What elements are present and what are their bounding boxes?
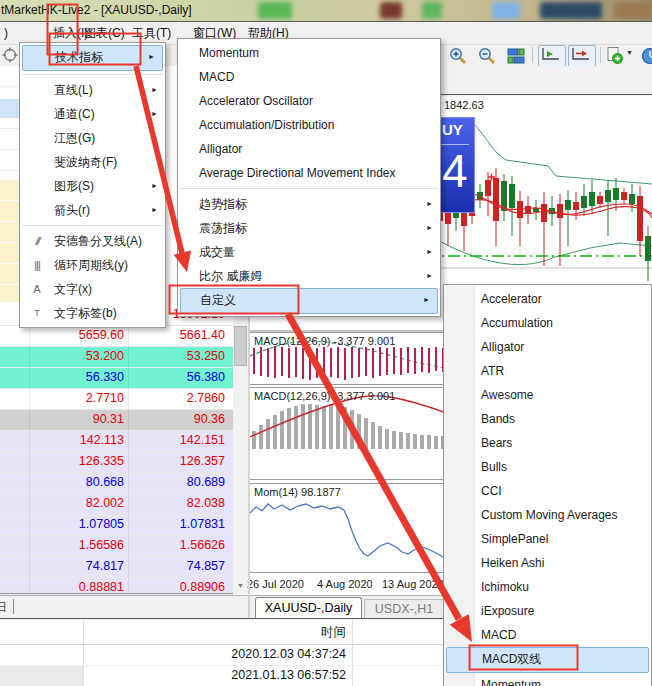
time-column-header[interactable]: 时间 — [84, 624, 346, 641]
menu-item-macd-two-line[interactable]: MACD双线 — [446, 647, 649, 673]
bid-cell[interactable]: 74.817 — [29, 559, 124, 573]
quote-row[interactable]: 142.113 142.151 — [0, 431, 233, 452]
menu-item-accelerator-oscillator[interactable]: Accelerator Oscillator — [178, 89, 440, 113]
menu-item-accelerator[interactable]: Accelerator — [444, 287, 651, 311]
menu-item-fibonacci[interactable]: 斐波纳奇(F) — [20, 150, 165, 174]
ask-cell[interactable]: 53.250 — [128, 349, 225, 363]
ask-cell[interactable]: 74.857 — [128, 559, 225, 573]
zoom-out-icon[interactable] — [478, 47, 496, 65]
tab-xauusd-daily[interactable]: XAUUSD-,Daily — [255, 597, 362, 619]
quote-row[interactable]: 56.330 56.380 — [0, 368, 233, 389]
selected-symbol-row[interactable] — [0, 99, 19, 118]
menu-item-text-label[interactable]: T 文字标签(b) — [20, 301, 165, 325]
menu-item-accumulation-distribution[interactable]: Accumulation/Distribution — [178, 113, 440, 137]
menu-item-lines[interactable]: 直线(L) ► — [20, 78, 165, 102]
quote-row[interactable]: 5659.60 5661.40 — [0, 326, 233, 347]
bid-cell[interactable]: 80.668 — [29, 475, 124, 489]
quote-row[interactable]: 1.56586 1.56626 — [0, 536, 233, 557]
bid-cell[interactable]: 142.113 — [29, 433, 124, 447]
menu-item-channels[interactable]: 通道(C) ► — [20, 102, 165, 126]
scrollbar-thumb[interactable] — [234, 326, 247, 366]
menu-item-technical-indicators[interactable]: 技术指标 ► — [22, 45, 163, 71]
menu-item-ichimoku[interactable]: Ichimoku — [444, 575, 651, 599]
auto-scroll-icon[interactable] — [538, 45, 566, 67]
ask-cell[interactable]: 1.07831 — [128, 517, 225, 531]
menu-item-adx[interactable]: Average Directional Movement Index — [178, 161, 440, 185]
quote-row[interactable]: 2.7710 2.7860 — [0, 389, 233, 410]
menu-item-shapes[interactable]: 图形(S) ► — [20, 174, 165, 198]
quote-row[interactable]: 1.07805 1.07831 — [0, 515, 233, 536]
menu-item-macd[interactable]: MACD — [178, 65, 440, 89]
menu-item-momentum-custom[interactable]: Momentum — [444, 673, 651, 686]
bid-cell[interactable]: 90.31 — [29, 412, 124, 426]
bid-cell[interactable]: 126.335 — [29, 454, 124, 468]
menu-item-macd-custom[interactable]: MACD — [444, 623, 651, 647]
menu-item-heiken-ashi[interactable]: Heiken Ashi — [444, 551, 651, 575]
quote-row[interactable]: 126.335 126.357 — [0, 452, 233, 473]
tab-usdx-h1[interactable]: USDX-,H1 — [364, 599, 444, 619]
ask-cell[interactable]: 126.357 — [128, 454, 225, 468]
clock-icon[interactable] — [641, 47, 652, 65]
submenu-arrow-icon: ► — [148, 46, 155, 68]
menu-item-custom-moving-averages[interactable]: Custom Moving Averages — [444, 503, 651, 527]
bid-cell[interactable]: 53.200 — [29, 349, 124, 363]
menu-item-gann[interactable]: 江恩(G) ► — [20, 126, 165, 150]
bid-cell[interactable]: 2.7710 — [29, 391, 124, 405]
tile-windows-icon[interactable] — [507, 47, 525, 65]
quote-row[interactable]: 82.002 82.038 — [0, 494, 233, 515]
bid-cell[interactable]: 56.330 — [29, 370, 124, 384]
quote-row[interactable]: 53.200 53.250 — [0, 347, 233, 368]
crosshair-icon[interactable] — [2, 47, 19, 64]
menu-item-awesome[interactable]: Awesome — [444, 383, 651, 407]
quote-row[interactable]: 80.668 80.689 — [0, 473, 233, 494]
ask-cell[interactable]: 82.038 — [128, 496, 225, 510]
menu-item-momentum[interactable]: Momentum — [178, 41, 440, 65]
bid-cell[interactable]: 1.07805 — [29, 517, 124, 531]
chart-shift-icon[interactable] — [568, 45, 596, 67]
menu-item-text[interactable]: A 文字(x) — [20, 277, 165, 301]
menu-item-cci[interactable]: CCI — [444, 479, 651, 503]
ask-cell[interactable]: 80.689 — [128, 475, 225, 489]
menu-item-bands[interactable]: Bands — [444, 407, 651, 431]
scrollbar-track[interactable]: ▼ — [233, 305, 248, 594]
menu-item-andrews-pitchfork[interactable]: /// 安德鲁分叉线(A) — [20, 229, 165, 253]
menu-item-bill-williams[interactable]: 比尔 威廉姆 ► — [178, 264, 440, 288]
ask-cell[interactable]: 90.36 — [128, 412, 225, 426]
menu-item-cycle-lines[interactable]: ||| 循环周期线(y) — [20, 253, 165, 277]
bid-cell[interactable]: 1.56586 — [29, 538, 124, 552]
menu-item-custom[interactable]: 自定义 ► — [180, 288, 438, 314]
ask-cell[interactable]: 2.7860 — [128, 391, 225, 405]
menu-item-atr[interactable]: ATR — [444, 359, 651, 383]
price-label: 1842.63 — [444, 99, 484, 111]
market-watch-tab-fragment[interactable]: 日 — [0, 600, 7, 615]
menu-item-bulls[interactable]: Bulls — [444, 455, 651, 479]
quote-row[interactable]: 74.817 74.857 — [0, 557, 233, 578]
ask-cell[interactable]: 0.88906 — [128, 580, 225, 594]
menu-item-alligator-custom[interactable]: Alligator — [444, 335, 651, 359]
menu-item-bears[interactable]: Bears — [444, 431, 651, 455]
menu-item-iexposure[interactable]: iExposure — [444, 599, 651, 623]
menubar-item-tools[interactable]: 工具(T) — [128, 22, 175, 44]
menu-item-simplepanel[interactable]: SimplePanel — [444, 527, 651, 551]
menu-item-trend-indicators[interactable]: 趋势指标 ► — [178, 192, 440, 216]
menu-item-accumulation[interactable]: Accumulation — [444, 311, 651, 335]
zoom-in-icon[interactable] — [449, 47, 467, 65]
ask-cell[interactable]: 56.380 — [128, 370, 225, 384]
menubar-item-clipped[interactable]: ) — [0, 22, 12, 44]
ask-cell[interactable]: 142.151 — [128, 433, 225, 447]
ask-cell[interactable]: 1.56626 — [128, 538, 225, 552]
scrollbar-down-arrow[interactable]: ▼ — [233, 577, 248, 594]
menu-item-arrows[interactable]: 箭头(r) ► — [20, 198, 165, 222]
bid-cell[interactable]: 5659.60 — [29, 328, 124, 342]
menu-item-oscillators[interactable]: 震荡指标 ► — [178, 216, 440, 240]
caret-down-icon[interactable]: ▼ — [626, 49, 633, 56]
table-bottom-border — [0, 593, 233, 594]
bid-cell[interactable]: 82.002 — [29, 496, 124, 510]
new-indicator-icon[interactable] — [605, 46, 624, 65]
ask-cell[interactable]: 5661.40 — [128, 328, 225, 342]
menu-item-alligator[interactable]: Alligator — [178, 137, 440, 161]
menu-item-volumes[interactable]: 成交量 ► — [178, 240, 440, 264]
quote-row[interactable]: 90.31 90.36 — [0, 410, 233, 431]
menubar-item-charts[interactable]: 图表(C) — [80, 22, 129, 44]
bid-cell[interactable]: 0.88881 — [29, 580, 124, 594]
